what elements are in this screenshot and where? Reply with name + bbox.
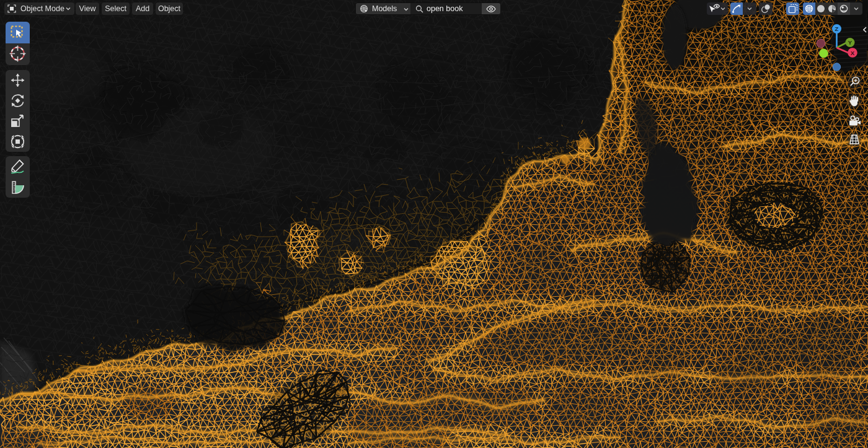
svg-text:Z: Z xyxy=(835,25,839,32)
svg-text:Y: Y xyxy=(848,39,852,46)
svg-text:X: X xyxy=(851,50,855,56)
